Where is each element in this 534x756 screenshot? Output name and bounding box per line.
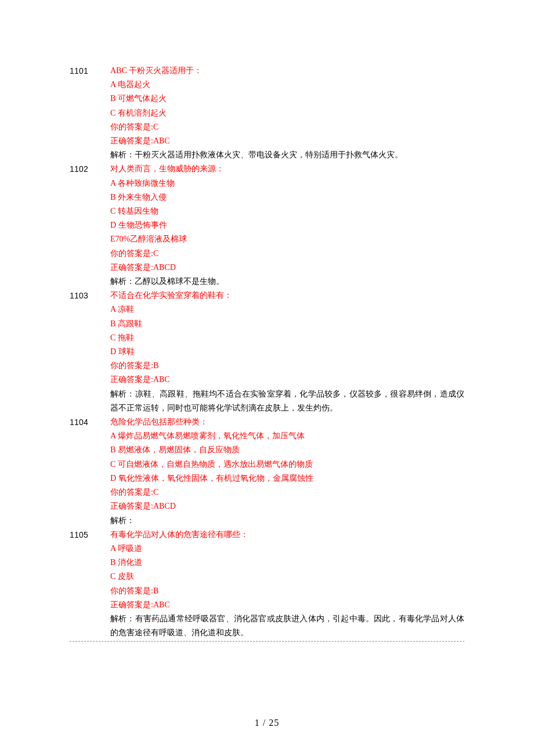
- question-number: 1105: [70, 528, 110, 542]
- question-option: D 球鞋: [110, 345, 464, 359]
- your-answer: 你的答案是:B: [110, 584, 464, 598]
- question-option: B 易燃液体，易燃固体，自反应物质: [110, 443, 464, 457]
- question-option: A 电器起火: [110, 78, 464, 92]
- question-option: B 外来生物入侵: [110, 190, 464, 204]
- correct-answer: 正确答案是:ABCD: [110, 499, 464, 513]
- bottom-dashed-line: [70, 641, 464, 642]
- question-option: C 拖鞋: [110, 331, 464, 345]
- question-number: 1102: [70, 162, 110, 176]
- page: 1101ABC 干粉灭火器适用于：A 电器起火B 可燃气体起火C 有机溶剂起火你…: [0, 0, 534, 756]
- question-stem: ABC 干粉灭火器适用于：: [110, 64, 464, 78]
- your-answer: 你的答案是:C: [110, 485, 464, 499]
- correct-answer: 正确答案是:ABC: [110, 134, 464, 148]
- page-footer: 1 / 25: [0, 718, 534, 728]
- your-answer: 你的答案是:B: [110, 359, 464, 373]
- questions-container: 1101ABC 干粉灭火器适用于：A 电器起火B 可燃气体起火C 有机溶剂起火你…: [70, 64, 464, 640]
- question-option: C 转基因生物: [110, 204, 464, 218]
- question-option: D 氧化性液体，氧化性固体，有机过氧化物，金属腐蚀性: [110, 471, 464, 485]
- question-block: 1101ABC 干粉灭火器适用于：A 电器起火B 可燃气体起火C 有机溶剂起火你…: [70, 64, 464, 162]
- question-option: D 生物恐怖事件: [110, 218, 464, 232]
- question-option: B 可燃气体起火: [110, 92, 464, 106]
- correct-answer: 正确答案是:ABC: [110, 373, 464, 387]
- question-option: C 皮肤: [110, 570, 464, 584]
- question-stem: 对人类而言，生物威胁的来源：: [110, 162, 464, 176]
- question-option: B 高跟鞋: [110, 317, 464, 331]
- analysis: 解析：有害药品通常经呼吸器官、消化器官或皮肤进入体内，引起中毒。因此，有毒化学品…: [110, 612, 464, 640]
- correct-answer: 正确答案是:ABCD: [110, 261, 464, 275]
- question-option: A 呼吸道: [110, 542, 464, 556]
- analysis: 解析：: [110, 514, 464, 528]
- question-stem: 不适合在化学实验室穿着的鞋有：: [110, 289, 464, 303]
- question-content: 不适合在化学实验室穿着的鞋有：A 凉鞋B 高跟鞋C 拖鞋D 球鞋你的答案是:B正…: [110, 289, 464, 415]
- correct-answer: 正确答案是:ABC: [110, 598, 464, 612]
- your-answer: 你的答案是:C: [110, 247, 464, 261]
- question-content: 有毒化学品对人体的危害途径有哪些：A 呼吸道B 消化道C 皮肤你的答案是:B正确…: [110, 528, 464, 640]
- analysis: 解析：干粉灭火器适用扑救液体火灾、带电设备火灾，特别适用于扑救气体火灾。: [110, 148, 464, 162]
- question-block: 1103不适合在化学实验室穿着的鞋有：A 凉鞋B 高跟鞋C 拖鞋D 球鞋你的答案…: [70, 289, 464, 415]
- question-option: A 各种致病微生物: [110, 177, 464, 190]
- question-number: 1103: [70, 289, 110, 303]
- question-block: 1102对人类而言，生物威胁的来源：A 各种致病微生物B 外来生物入侵C 转基因…: [70, 162, 464, 289]
- question-content: 对人类而言，生物威胁的来源：A 各种致病微生物B 外来生物入侵C 转基因生物D …: [110, 162, 464, 289]
- question-stem: 危险化学品包括那些种类：: [110, 415, 464, 429]
- your-answer: 你的答案是:C: [110, 120, 464, 134]
- question-option: C 有机溶剂起火: [110, 106, 464, 120]
- question-block: 1104危险化学品包括那些种类：A 爆炸品易燃气体易燃喷雾剂，氧化性气体，加压气…: [70, 415, 464, 528]
- question-block: 1105有毒化学品对人体的危害途径有哪些：A 呼吸道B 消化道C 皮肤你的答案是…: [70, 528, 464, 640]
- question-number: 1101: [70, 64, 110, 78]
- question-content: ABC 干粉灭火器适用于：A 电器起火B 可燃气体起火C 有机溶剂起火你的答案是…: [110, 64, 464, 162]
- question-option: E70%乙醇溶液及棉球: [110, 232, 464, 246]
- question-option: A 爆炸品易燃气体易燃喷雾剂，氧化性气体，加压气体: [110, 429, 464, 443]
- question-number: 1104: [70, 415, 110, 429]
- question-content: 危险化学品包括那些种类：A 爆炸品易燃气体易燃喷雾剂，氧化性气体，加压气体B 易…: [110, 415, 464, 528]
- question-option: A 凉鞋: [110, 303, 464, 316]
- analysis: 解析：凉鞋、高跟鞋、拖鞋均不适合在实验室穿着，化学品较多，仪器较多，很容易绊倒，…: [110, 387, 464, 415]
- question-stem: 有毒化学品对人体的危害途径有哪些：: [110, 528, 464, 542]
- question-option: B 消化道: [110, 556, 464, 570]
- analysis: 解析：乙醇以及棉球不是生物。: [110, 275, 464, 289]
- question-option: C 可自燃液体，自燃自热物质，遇水放出易燃气体的物质: [110, 458, 464, 471]
